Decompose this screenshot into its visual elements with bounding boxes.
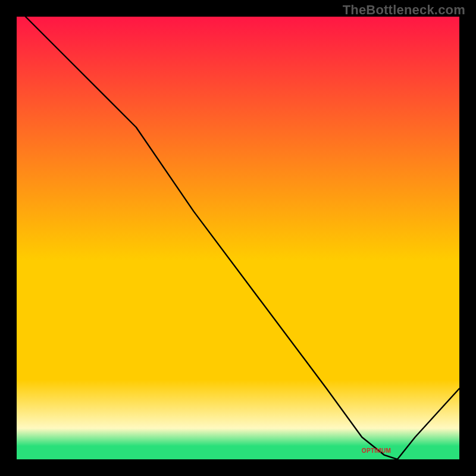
gradient-background	[17, 17, 459, 459]
chart-svg	[17, 17, 459, 459]
optimum-marker: OPTIMUM	[362, 447, 391, 454]
watermark-text: TheBottleneck.com	[343, 2, 465, 18]
plot-area: OPTIMUM	[17, 17, 459, 459]
chart-frame: TheBottleneck.com OPTIMUM	[0, 0, 476, 476]
